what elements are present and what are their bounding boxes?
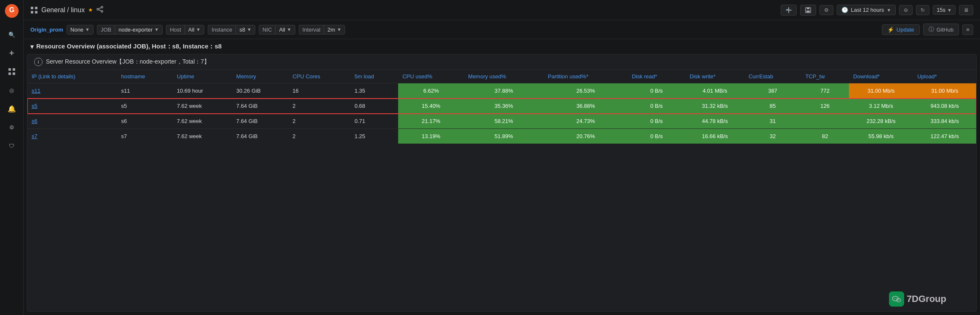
svg-rect-6 xyxy=(31,7,33,9)
app-layout: G 🔍 + ◎ 🔔 ⚙ 🛡 xyxy=(0,0,980,315)
svg-rect-7 xyxy=(35,7,37,9)
zoom-out-button[interactable]: ⊖ xyxy=(899,5,913,15)
dashboard-icon[interactable] xyxy=(4,64,19,79)
search-icon[interactable]: 🔍 xyxy=(4,27,19,42)
interval-value-select[interactable]: 2m ▼ xyxy=(324,25,345,35)
table-cell: 387 xyxy=(744,83,801,99)
star-icon[interactable]: ★ xyxy=(88,7,93,13)
settings-icon[interactable]: ⚙ xyxy=(4,120,19,135)
table-cell: 333.84 kb/s xyxy=(913,114,976,129)
table-cell: 4.01 MB/s xyxy=(685,83,744,99)
panel-info-icon[interactable]: i xyxy=(34,58,43,66)
table-cell: 15.40% xyxy=(398,99,464,114)
svg-point-23 xyxy=(894,298,895,299)
none-select[interactable]: None ▼ xyxy=(67,25,94,35)
table-cell: s11 xyxy=(117,83,172,99)
table-cell: 0.68 xyxy=(351,99,399,114)
svg-rect-3 xyxy=(13,68,15,71)
table-cell: 36.88% xyxy=(544,99,627,114)
refresh-button[interactable]: ↻ xyxy=(916,5,929,15)
table-cell[interactable]: s11 xyxy=(27,83,117,99)
table-cell: 31 xyxy=(744,114,801,129)
update-button[interactable]: ⚡ Update xyxy=(882,24,920,35)
table-cell[interactable]: s6 xyxy=(27,114,117,129)
job-value-select[interactable]: node-exporter ▼ xyxy=(115,25,163,35)
table-cell: 37.88% xyxy=(464,83,544,99)
time-range-chevron: ▼ xyxy=(886,8,891,13)
table-cell: 32 xyxy=(744,129,801,144)
plus-icon[interactable]: + xyxy=(4,45,19,61)
instance-key-label: Instance xyxy=(208,25,236,35)
table-cell: 7.62 week xyxy=(173,129,232,144)
table-cell[interactable]: s5 xyxy=(27,99,117,114)
job-key-label: JOB xyxy=(97,25,115,35)
table-row: s7s77.62 week7.64 GiB21.2513.19%51.89%20… xyxy=(27,129,976,144)
svg-line-13 xyxy=(99,8,101,9)
grafana-logo[interactable]: G xyxy=(4,3,19,19)
table-cell: 13.19% xyxy=(398,129,464,144)
table-cell: 0 B/s xyxy=(628,114,685,129)
svg-line-14 xyxy=(99,10,101,11)
table-row: s5s57.62 week7.64 GiB20.6815.40%35.36%36… xyxy=(27,99,976,114)
refresh-interval-select[interactable]: 15s ▼ xyxy=(933,5,956,15)
bell-icon[interactable]: 🔔 xyxy=(4,101,19,116)
table-cell: 31.00 Mb/s xyxy=(849,83,913,99)
section-header[interactable]: ▾ Resource Overview (associated JOB), Ho… xyxy=(24,39,980,54)
table-cell: 20.76% xyxy=(544,129,627,144)
col-cpu-used: CPU used% xyxy=(398,70,464,83)
table-cell: 16.66 kB/s xyxy=(685,129,744,144)
table-cell: s6 xyxy=(117,114,172,129)
host-key-label: Host xyxy=(166,25,185,35)
table-cell: 24.73% xyxy=(544,114,627,129)
table-cell: 7.64 GiB xyxy=(232,99,289,114)
col-disk-read: Disk read* xyxy=(628,70,685,83)
host-filter-group: Host All ▼ xyxy=(166,25,204,35)
table-cell: 0 B/s xyxy=(628,129,685,144)
table-cell: 85 xyxy=(744,99,801,114)
topbar: General / linux ★ xyxy=(24,0,980,20)
svg-point-10 xyxy=(101,6,103,8)
col-upload: Upload* xyxy=(913,70,976,83)
table-cell: 55.98 kb/s xyxy=(849,129,913,144)
svg-point-21 xyxy=(892,296,898,301)
table-cell: 26.53% xyxy=(544,83,627,99)
compass-icon[interactable]: ◎ xyxy=(4,83,19,98)
save-button[interactable] xyxy=(800,5,816,16)
table-cell: 0.71 xyxy=(351,114,399,129)
filters-bar: Origin_prom None ▼ JOB node-exporter ▼ H… xyxy=(24,20,980,39)
col-mem-used: Memory used% xyxy=(464,70,544,83)
svg-text:G: G xyxy=(9,6,14,13)
table-body: s11s1110.69 hour30.26 GiB161.356.62%37.8… xyxy=(27,83,976,144)
section-title: Resource Overview (associated JOB), Host… xyxy=(36,43,222,51)
share-icon[interactable] xyxy=(96,6,103,14)
svg-rect-16 xyxy=(788,7,789,13)
table-cell[interactable]: s7 xyxy=(27,129,117,144)
table-cell: 232.28 kB/s xyxy=(849,114,913,129)
shield-icon[interactable]: 🛡 xyxy=(4,138,19,153)
clock-icon: 🕐 xyxy=(841,7,848,13)
host-value-select[interactable]: All ▼ xyxy=(185,25,204,35)
hamburger-menu[interactable]: ≡ xyxy=(962,24,973,35)
table-cell: 0 B/s xyxy=(628,99,685,114)
instance-filter-group: Instance s8 ▼ xyxy=(208,25,255,35)
topbar-left: General / linux ★ xyxy=(30,6,103,14)
add-panel-button[interactable] xyxy=(781,5,797,16)
table-cell: 6.62% xyxy=(398,83,464,99)
table-cell: 58.21% xyxy=(464,114,544,129)
svg-point-26 xyxy=(899,300,900,301)
resource-overview-panel: i Server Resource Overview【JOB：node-expo… xyxy=(27,54,977,312)
origin-prom-filter[interactable]: Origin_prom xyxy=(30,27,63,33)
col-partition-used: Partition used%* xyxy=(544,70,627,83)
github-button[interactable]: ⓘ GitHub xyxy=(923,24,959,35)
display-mode-button[interactable]: 🖥 xyxy=(959,5,973,15)
table-cell: 126 xyxy=(801,99,849,114)
wechat-icon xyxy=(889,291,904,307)
col-5m-load: 5m load xyxy=(351,70,399,83)
table-cell: 3.12 Mb/s xyxy=(849,99,913,114)
settings-gear-button[interactable]: ⚙ xyxy=(819,5,833,15)
interval-filter-group: Interval 2m ▼ xyxy=(299,25,345,35)
table-cell: 2 xyxy=(288,129,350,144)
nic-value-select[interactable]: All ▼ xyxy=(275,25,295,35)
time-range-picker[interactable]: 🕐 Last 12 hours ▼ xyxy=(837,5,896,15)
instance-value-select[interactable]: s8 ▼ xyxy=(236,25,255,35)
